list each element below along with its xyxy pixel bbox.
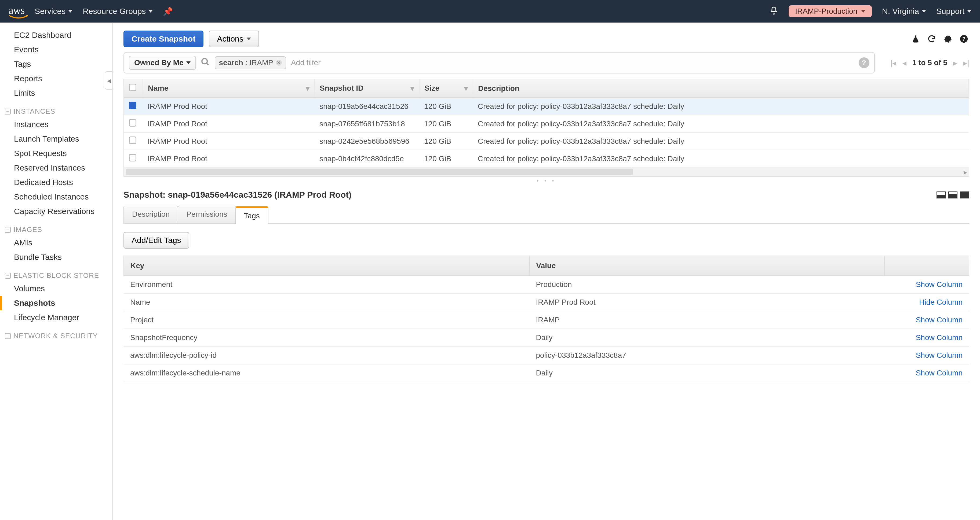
sidebar-item-volumes[interactable]: Volumes	[0, 281, 112, 296]
toggle-column-link[interactable]: Show Column	[916, 369, 963, 377]
layout-split-icon[interactable]	[937, 192, 946, 198]
pin-icon[interactable]: 📌	[163, 7, 173, 16]
cell-name: IRAMP Prod Root	[143, 98, 315, 115]
row-checkbox[interactable]	[129, 101, 136, 109]
row-checkbox[interactable]	[129, 136, 136, 144]
collapse-icon: −	[5, 273, 11, 279]
sidebar-item-limits[interactable]: Limits	[0, 86, 112, 100]
nav-region[interactable]: N. Virginia	[882, 7, 926, 16]
page-first-icon[interactable]: |◂	[890, 58, 897, 68]
panel-resize-handle[interactable]: • • •	[113, 177, 980, 185]
cell-snapshot-id: snap-0b4cf42fc880dcd5e	[315, 150, 419, 167]
tab-description[interactable]: Description	[124, 206, 178, 224]
column-snapshot-id-label: Snapshot ID	[320, 84, 363, 92]
sidebar-item-events[interactable]: Events	[0, 42, 112, 57]
toggle-column-link[interactable]: Show Column	[916, 351, 963, 359]
search-icon[interactable]	[201, 57, 210, 68]
sidebar-item-instances[interactable]: Instances	[0, 117, 112, 132]
column-snapshot-id[interactable]: Snapshot ID▾	[315, 79, 419, 98]
tag-key: aws:dlm:lifecycle-schedule-name	[124, 364, 530, 382]
sidebar-group-images[interactable]: −IMAGES	[0, 219, 112, 235]
environment-pill[interactable]: IRAMP-Production	[789, 5, 872, 17]
sidebar-item-reports[interactable]: Reports	[0, 71, 112, 86]
sidebar-item-amis[interactable]: AMIs	[0, 235, 112, 250]
row-checkbox[interactable]	[129, 119, 136, 127]
aws-logo[interactable]: aws	[9, 4, 24, 19]
page-next-icon[interactable]: ▸	[953, 58, 957, 68]
owned-by-dropdown[interactable]: Owned By Me	[129, 56, 196, 70]
experiment-icon[interactable]	[910, 33, 921, 44]
table-row[interactable]: IRAMP Prod Rootsnap-0242e5e568b569596120…	[124, 133, 969, 150]
sidebar-item-bundle-tasks[interactable]: Bundle Tasks	[0, 250, 112, 265]
toggle-column-link[interactable]: Hide Column	[919, 298, 963, 306]
sidebar-collapse-button[interactable]: ◂	[105, 71, 113, 90]
action-bar: Create Snapshot Actions ?	[113, 23, 980, 52]
actions-dropdown[interactable]: Actions	[209, 30, 259, 47]
layout-full-icon[interactable]	[960, 192, 969, 198]
table-row[interactable]: IRAMP Prod Rootsnap-0b4cf42fc880dcd5e120…	[124, 150, 969, 167]
create-snapshot-button[interactable]: Create Snapshot	[124, 30, 204, 47]
table-horizontal-scrollbar[interactable]: ◂▸	[124, 168, 969, 177]
select-all-header[interactable]	[124, 79, 143, 98]
refresh-icon[interactable]	[926, 33, 937, 44]
sidebar-item-tags[interactable]: Tags	[0, 57, 112, 71]
remove-filter-icon[interactable]: ✕	[276, 60, 282, 66]
search-filter-tag[interactable]: search : IRAMP ✕	[215, 56, 286, 69]
column-description[interactable]: Description	[473, 79, 969, 98]
cell-snapshot-id: snap-0242e5e568b569596	[315, 133, 419, 150]
caret-down-icon	[186, 62, 191, 64]
select-all-checkbox[interactable]	[129, 84, 136, 91]
tag-key: Environment	[124, 276, 530, 293]
nav-services-label: Services	[35, 7, 65, 16]
sidebar-item-scheduled-instances[interactable]: Scheduled Instances	[0, 190, 112, 204]
sidebar-item-capacity-reservations[interactable]: Capacity Reservations	[0, 204, 112, 219]
sidebar-item-launch-templates[interactable]: Launch Templates	[0, 132, 112, 146]
sidebar-item-lifecycle-manager[interactable]: Lifecycle Manager	[0, 310, 112, 325]
sidebar-item-dedicated-hosts[interactable]: Dedicated Hosts	[0, 175, 112, 190]
toggle-column-link[interactable]: Show Column	[916, 315, 963, 324]
toggle-column-link[interactable]: Show Column	[916, 280, 963, 289]
page-last-icon[interactable]: ▸|	[963, 58, 969, 68]
tab-permissions[interactable]: Permissions	[178, 206, 235, 224]
row-checkbox[interactable]	[129, 154, 136, 162]
table-row[interactable]: IRAMP Prod Rootsnap-07655ff681b753b18120…	[124, 115, 969, 133]
cell-snapshot-id: snap-019a56e44cac31526	[315, 98, 419, 115]
table-row[interactable]: IRAMP Prod Rootsnap-019a56e44cac31526120…	[124, 98, 969, 115]
sidebar-item-spot-requests[interactable]: Spot Requests	[0, 146, 112, 161]
column-name[interactable]: Name▾	[143, 79, 315, 98]
detail-panel: Snapshot: snap-019a56e44cac31526 (IRAMP …	[124, 185, 969, 382]
collapse-icon: −	[5, 109, 11, 114]
sidebar-group-elastic-block-store[interactable]: −ELASTIC BLOCK STORE	[0, 265, 112, 281]
tag-value: Daily	[530, 364, 885, 382]
actions-dropdown-label: Actions	[217, 34, 243, 43]
sidebar-group-instances[interactable]: −INSTANCES	[0, 100, 112, 117]
page-prev-icon[interactable]: ◂	[902, 58, 907, 68]
svg-point-3	[202, 59, 207, 64]
tag-key: Project	[124, 311, 530, 329]
nav-services[interactable]: Services	[35, 7, 73, 16]
notifications-icon[interactable]	[769, 6, 778, 17]
sidebar-item-snapshots[interactable]: Snapshots	[0, 296, 112, 310]
help-icon[interactable]: ?	[959, 33, 969, 44]
caret-down-icon	[148, 10, 153, 13]
add-edit-tags-button[interactable]: Add/Edit Tags	[124, 232, 189, 249]
sidebar-item-reserved-instances[interactable]: Reserved Instances	[0, 161, 112, 175]
toggle-column-link[interactable]: Show Column	[916, 333, 963, 342]
column-size[interactable]: Size▾	[419, 79, 473, 98]
nav-support[interactable]: Support	[936, 7, 971, 16]
filter-help-icon[interactable]: ?	[859, 57, 869, 68]
caret-down-icon	[68, 10, 73, 13]
tag-key: aws:dlm:lifecycle-policy-id	[124, 347, 530, 364]
tab-tags[interactable]: Tags	[235, 206, 269, 224]
settings-icon[interactable]	[942, 33, 953, 44]
collapse-icon: −	[5, 333, 11, 339]
add-filter-input[interactable]: Add filter	[291, 59, 321, 67]
nav-region-label: N. Virginia	[882, 7, 919, 16]
cell-snapshot-id: snap-07655ff681b753b18	[315, 115, 419, 133]
tag-value: IRAMP	[530, 311, 885, 329]
nav-resource-groups[interactable]: Resource Groups	[83, 7, 153, 16]
layout-bottom-icon[interactable]	[948, 192, 958, 198]
sidebar-group-network-security[interactable]: −NETWORK & SECURITY	[0, 325, 112, 342]
sidebar-item-ec2-dashboard[interactable]: EC2 Dashboard	[0, 28, 112, 42]
search-tag-key: search	[219, 59, 243, 67]
